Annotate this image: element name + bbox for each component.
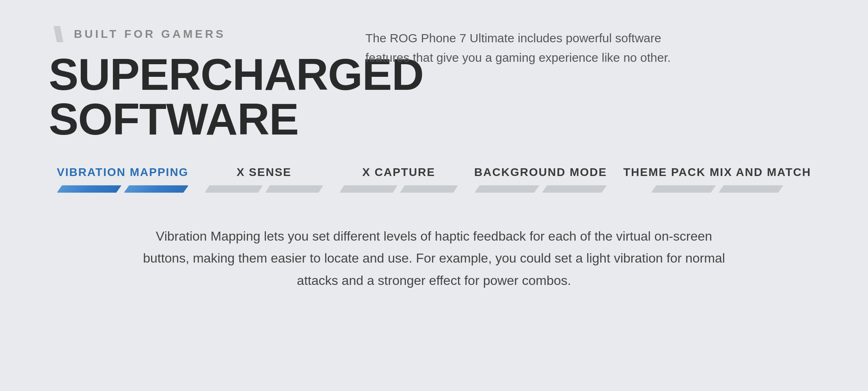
active-tab-description: Vibration Mapping lets you set different…	[134, 225, 734, 291]
tab-indicator-7	[475, 185, 540, 193]
tab-indicator-2	[124, 185, 188, 193]
title-block: BUILT FOR GAMERS SUPERCHARGED SOFTWARE	[49, 24, 333, 141]
tab-vibration-mapping-indicators	[57, 185, 188, 193]
tab-background-mode[interactable]: BACKGROUND MODE	[466, 166, 615, 193]
tab-x-sense[interactable]: X SENSE	[196, 166, 331, 193]
svg-marker-0	[54, 26, 63, 42]
tab-indicator-5	[339, 185, 397, 193]
tab-x-capture-indicators	[339, 185, 458, 193]
tab-indicator-10	[719, 185, 784, 193]
tab-indicator-1	[57, 185, 121, 193]
tab-theme-pack-label: THEME PACK MIX AND MATCH	[623, 166, 811, 179]
built-for-gamers-subtitle: BUILT FOR GAMERS	[74, 28, 226, 41]
page-wrapper: BUILT FOR GAMERS SUPERCHARGED SOFTWARE T…	[0, 0, 868, 391]
tabs-row: VIBRATION MAPPING X SENSE X CAPTURE	[49, 166, 819, 193]
content-section: Vibration Mapping lets you set different…	[109, 217, 759, 300]
title-line1: SUPERCHARGED	[49, 52, 333, 97]
tab-indicator-8	[542, 185, 607, 193]
tab-x-sense-indicators	[205, 185, 323, 193]
tab-theme-pack-indicators	[623, 185, 811, 193]
tab-x-sense-label: X SENSE	[237, 166, 291, 179]
tab-indicator-4	[265, 185, 323, 193]
tab-indicator-6	[400, 185, 458, 193]
slash-icon	[49, 24, 68, 44]
tab-x-capture-label: X CAPTURE	[362, 166, 435, 179]
tab-x-capture[interactable]: X CAPTURE	[331, 166, 466, 193]
main-title: SUPERCHARGED SOFTWARE	[49, 52, 333, 141]
tabs-section: VIBRATION MAPPING X SENSE X CAPTURE	[49, 166, 819, 193]
tab-indicator-9	[651, 185, 716, 193]
tab-vibration-mapping-label: VIBRATION MAPPING	[57, 166, 188, 179]
tab-background-mode-indicators	[474, 185, 607, 193]
built-for-gamers-row: BUILT FOR GAMERS	[49, 24, 333, 44]
header-description: The ROG Phone 7 Ultimate includes powerf…	[365, 28, 682, 67]
tab-background-mode-label: BACKGROUND MODE	[474, 166, 607, 179]
tab-theme-pack[interactable]: THEME PACK MIX AND MATCH	[615, 166, 819, 193]
title-line2: SOFTWARE	[49, 97, 333, 141]
description-block: The ROG Phone 7 Ultimate includes powerf…	[365, 24, 682, 67]
tab-vibration-mapping[interactable]: VIBRATION MAPPING	[49, 166, 196, 193]
tab-indicator-3	[205, 185, 263, 193]
header-section: BUILT FOR GAMERS SUPERCHARGED SOFTWARE T…	[49, 24, 819, 141]
